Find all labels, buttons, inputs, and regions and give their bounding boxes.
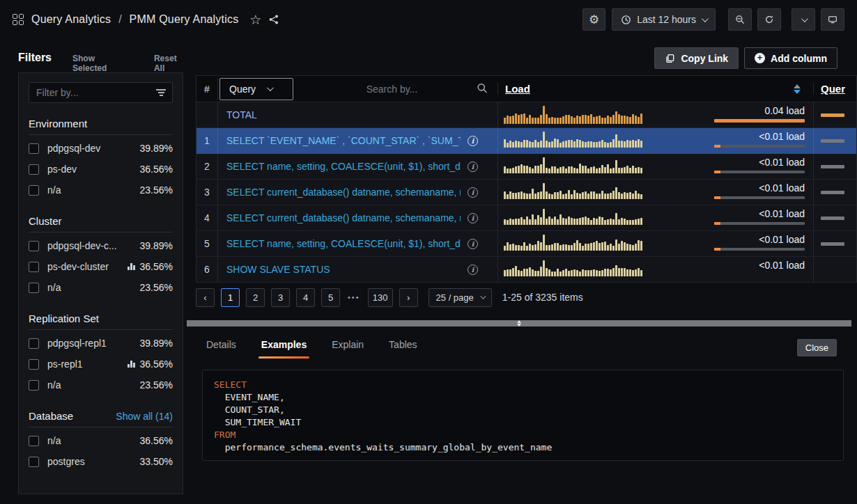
- add-column-button[interactable]: + Add column: [744, 47, 837, 69]
- panel-resize-handle[interactable]: [187, 320, 851, 326]
- sort-icon[interactable]: [794, 84, 801, 94]
- zoom-out-button[interactable]: [728, 8, 752, 31]
- jump-pages-ellipsis[interactable]: •••: [346, 293, 362, 301]
- checkbox[interactable]: [29, 457, 39, 467]
- info-icon[interactable]: i: [468, 239, 478, 249]
- qan-dashboard: Query Analytics / PMM Query Analytics ☆ …: [0, 0, 857, 504]
- checkbox[interactable]: [29, 164, 39, 175]
- table-row-1[interactable]: 1SELECT `EVENT_NAME` , `COUNT_STAR` , `S…: [196, 128, 856, 154]
- filter-item[interactable]: pdpgsql-dev39.89%: [29, 138, 173, 159]
- table-header-row: # Query Load Quer: [196, 76, 856, 102]
- checkbox[interactable]: [29, 185, 39, 196]
- query-link[interactable]: SELECT name, setting, COALESCE(unit, $1)…: [226, 161, 461, 172]
- checkbox[interactable]: [29, 359, 39, 370]
- info-icon[interactable]: i: [468, 162, 478, 172]
- table-row-3[interactable]: 3SELECT current_database() datname, sche…: [196, 180, 856, 205]
- info-icon[interactable]: i: [468, 265, 478, 275]
- filter-search-input[interactable]: [29, 82, 173, 103]
- tab-tables[interactable]: Tables: [389, 339, 417, 359]
- time-range-picker[interactable]: Last 12 hours: [612, 8, 716, 31]
- sql-line: SELECT: [214, 379, 832, 391]
- breadcrumb-section[interactable]: Query Analytics: [31, 13, 111, 26]
- query-link[interactable]: SELECT name, setting, COALESCE(unit, $1)…: [226, 238, 461, 249]
- table-row-total[interactable]: TOTAL0.04 load: [196, 102, 856, 128]
- next-page-button[interactable]: ›: [399, 288, 418, 307]
- checkbox[interactable]: [29, 283, 39, 293]
- group-by-value: Query: [229, 84, 256, 95]
- dashboard-settings-button[interactable]: ⚙: [582, 8, 605, 31]
- page-button-2[interactable]: 2: [246, 288, 265, 307]
- prev-page-button[interactable]: ‹: [196, 288, 215, 307]
- page-size-select[interactable]: 25 / page: [428, 288, 492, 307]
- filter-item[interactable]: ps-dev36.56%: [29, 159, 173, 180]
- refresh-interval-dropdown[interactable]: [792, 8, 815, 31]
- show-selected-link[interactable]: Show Selected: [72, 54, 125, 73]
- query-link[interactable]: SELECT current_database() datname, schem…: [226, 187, 461, 198]
- info-icon[interactable]: i: [468, 213, 478, 223]
- checkbox[interactable]: [29, 241, 39, 251]
- page-button-4[interactable]: 4: [296, 288, 315, 307]
- filter-section-title: Environment: [29, 118, 87, 129]
- info-icon[interactable]: i: [468, 136, 478, 146]
- show-all-link[interactable]: Show all (14): [116, 411, 173, 422]
- checkbox[interactable]: [29, 338, 39, 349]
- page-button-3[interactable]: 3: [271, 288, 290, 307]
- reset-all-link[interactable]: Reset All: [154, 54, 185, 73]
- table-row-2[interactable]: 2SELECT name, setting, COALESCE(unit, $1…: [196, 154, 856, 180]
- filter-item[interactable]: n/a36.56%: [29, 430, 173, 451]
- tab-examples[interactable]: Examples: [261, 339, 307, 359]
- filter-item[interactable]: ps-dev-cluster36.56%: [29, 256, 173, 277]
- gear-icon: ⚙: [589, 14, 599, 26]
- table-row-4[interactable]: 4SELECT current_database() datname, sche…: [196, 205, 856, 231]
- checkbox[interactable]: [29, 143, 39, 154]
- query-link[interactable]: TOTAL: [226, 109, 478, 120]
- row-load-cell: <0.01 load: [497, 180, 813, 205]
- checkbox[interactable]: [29, 380, 39, 391]
- filter-item[interactable]: n/a23.56%: [29, 277, 173, 298]
- search-icon[interactable]: [477, 82, 488, 95]
- page-button-5[interactable]: 5: [321, 288, 340, 307]
- column-header-load[interactable]: Load: [497, 83, 813, 95]
- info-icon[interactable]: i: [468, 187, 478, 198]
- load-bar-fill: [714, 171, 720, 173]
- table-row-6[interactable]: 6SHOW SLAVE STATUSi<0.01 load: [196, 257, 856, 283]
- apps-grid-icon[interactable]: [13, 14, 24, 26]
- group-by-dropdown[interactable]: Query: [219, 78, 293, 100]
- checkbox[interactable]: [29, 262, 39, 272]
- filter-item-label: ps-dev: [47, 164, 140, 175]
- close-details-button[interactable]: Close: [797, 339, 837, 356]
- refresh-button[interactable]: [757, 8, 781, 31]
- tab-details[interactable]: Details: [206, 339, 236, 359]
- filter-item-label: ps-dev-cluster: [47, 261, 128, 272]
- query-count-bar: [821, 191, 844, 194]
- query-link[interactable]: SELECT `EVENT_NAME` , `COUNT_STAR` , `SU…: [226, 135, 461, 146]
- column-header-query-count[interactable]: Quer: [813, 83, 856, 95]
- query-link[interactable]: SHOW SLAVE STATUS: [226, 264, 461, 275]
- table-row-5[interactable]: 5SELECT name, setting, COALESCE(unit, $1…: [196, 231, 856, 257]
- page-button-1[interactable]: 1: [221, 288, 240, 307]
- load-meta: 0.04 load: [707, 105, 805, 123]
- filter-section-title: Replication Set: [29, 313, 99, 324]
- load-bar: [714, 222, 805, 225]
- query-link[interactable]: SELECT current_database() datname, schem…: [226, 212, 461, 223]
- search-input[interactable]: [316, 84, 469, 95]
- load-bar: [714, 145, 805, 148]
- page-button-last[interactable]: 130: [368, 288, 393, 307]
- sql-line: COUNT_STAR,: [214, 404, 832, 416]
- load-bar-fill: [714, 196, 720, 199]
- filter-item[interactable]: n/a23.56%: [29, 180, 173, 200]
- star-icon[interactable]: ☆: [249, 13, 261, 26]
- filter-item[interactable]: pdpgsql-repl139.89%: [29, 333, 173, 354]
- checkbox[interactable]: [29, 436, 39, 446]
- tab-explain[interactable]: Explain: [332, 339, 364, 359]
- copy-link-button[interactable]: Copy Link: [654, 47, 739, 69]
- row-query-cell: SELECT name, setting, COALESCE(unit, $1)…: [217, 231, 497, 256]
- filter-item[interactable]: pdpgsql-dev-c...39.89%: [29, 235, 173, 256]
- clock-icon: [621, 15, 631, 25]
- filter-item[interactable]: postgres33.50%: [29, 451, 173, 472]
- share-icon[interactable]: [268, 14, 279, 25]
- filter-item[interactable]: n/a23.56%: [29, 375, 173, 395]
- kiosk-mode-button[interactable]: [821, 8, 844, 31]
- filters-header: Filters Show Selected Reset All: [18, 52, 185, 73]
- filter-item[interactable]: ps-repl136.56%: [29, 354, 173, 375]
